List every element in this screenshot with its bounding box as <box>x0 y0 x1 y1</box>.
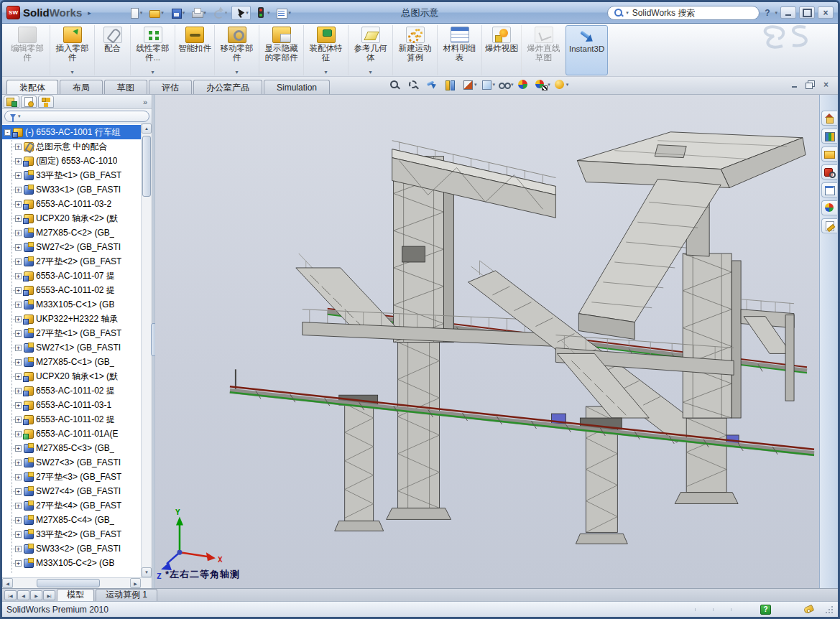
toolbar-flyout-icon[interactable]: ▸ <box>85 7 94 19</box>
tree-item[interactable]: + UKP322+H2322 轴承 <box>2 312 141 326</box>
tree-expander[interactable]: + <box>15 503 22 509</box>
tree-item[interactable]: + 6553-AC-1011-03-2 <box>2 197 141 211</box>
tree-item[interactable]: + SW33<2> (GB_FASTI <box>2 541 141 556</box>
dropdown-caret-icon[interactable]: ▾ <box>151 70 154 75</box>
propertymanager-tab-icon[interactable] <box>21 96 37 108</box>
zoom-area-icon[interactable]: ▾ <box>407 79 423 90</box>
search-input[interactable] <box>631 7 739 19</box>
open-folder-icon[interactable]: ▾ <box>147 6 166 20</box>
tree-expander[interactable]: + <box>15 402 22 409</box>
tree-expander[interactable]: + <box>15 388 22 394</box>
tree-expander[interactable]: + <box>15 244 22 251</box>
tree-item[interactable]: + 6553-AC-1011-02 提 <box>2 412 141 427</box>
tree-filter-input[interactable]: ▾ <box>4 111 149 122</box>
tree-horizontal-scrollbar[interactable]: ◀ ▶ <box>2 577 152 588</box>
scroll-up-icon[interactable]: ▲ <box>142 124 152 134</box>
tab-sketch[interactable]: 草图 <box>104 80 147 94</box>
minimize-button[interactable] <box>780 6 796 19</box>
show-hidden-icon[interactable]: 显示隐藏的零部件 ▾ <box>259 25 303 75</box>
tree-item[interactable]: + 6553-AC-1011-01A(E <box>2 427 141 441</box>
tab-model[interactable]: 模型 <box>57 589 94 601</box>
tree-expander[interactable]: + <box>15 287 22 294</box>
tab-motion-study-1[interactable]: 运动算例 1 <box>96 589 157 601</box>
tree-expander[interactable]: + <box>15 215 22 222</box>
maximize-button[interactable] <box>799 6 815 19</box>
options-list-icon[interactable]: ▾ <box>274 6 293 20</box>
tree-item[interactable]: + 27平垫<4> (GB_FAST <box>2 498 141 513</box>
tree-expander[interactable]: + <box>15 431 22 437</box>
search-results-icon[interactable] <box>821 164 837 180</box>
close-button[interactable]: × <box>818 6 834 19</box>
instant3d-icon[interactable]: Instant3D ▾ <box>566 25 608 75</box>
bom-icon[interactable]: 材料明细表 ▾ <box>437 25 481 75</box>
3d-viewport[interactable]: Y X Z *左右二等角轴测 <box>155 95 819 588</box>
tree-expander[interactable]: - <box>4 129 11 136</box>
dropdown-caret-icon[interactable]: ▾ <box>324 70 327 75</box>
tree-item[interactable]: + 27平垫<3> (GB_FAST <box>2 470 141 484</box>
scroll-down-icon[interactable]: ▼ <box>142 567 152 577</box>
dropdown-caret-icon[interactable]: ▾ <box>183 10 185 16</box>
design-library-icon[interactable] <box>821 129 837 144</box>
tree-expander[interactable]: + <box>15 259 22 265</box>
tree-item[interactable]: + M27X85-C<4> (GB_ <box>2 513 141 527</box>
tree-expander[interactable]: + <box>15 302 22 308</box>
tree-expander[interactable]: + <box>15 316 22 322</box>
new-document-icon[interactable]: ▾ <box>126 6 145 20</box>
tree-item[interactable]: + 33平垫<1> (GB_FAST <box>2 168 141 182</box>
tree-item[interactable]: + M33X105-C<1> (GB <box>2 297 141 312</box>
tree-vertical-scrollbar[interactable]: ▲ ▼ <box>141 124 152 577</box>
dropdown-caret-icon[interactable]: ▾ <box>288 10 291 16</box>
tree-item[interactable]: + 总图示意 中的配合 <box>2 139 141 154</box>
tree-item[interactable]: + (固定) 6553-AC-1010 <box>2 154 141 168</box>
doc-nav-button[interactable]: ▶| <box>43 590 55 600</box>
search-options-caret-icon[interactable]: ▾ <box>626 10 629 16</box>
tree-expander[interactable]: + <box>15 560 22 567</box>
tree-expander[interactable]: + <box>15 373 22 380</box>
configurationmanager-tab-icon[interactable] <box>38 96 54 108</box>
help-caret-icon[interactable]: ▾ <box>775 10 777 16</box>
horizontal-scroll-thumb[interactable] <box>37 579 100 587</box>
dropdown-caret-icon[interactable]: ▾ <box>140 10 143 16</box>
tree-item[interactable]: + SW27<1> (GB_FASTI <box>2 340 141 355</box>
exploded-view-icon[interactable]: 爆炸视图 ▾ <box>481 25 521 75</box>
save-icon[interactable]: ▾ <box>168 6 188 20</box>
section-view-icon[interactable]: ▾ <box>444 79 459 90</box>
tree-item[interactable]: + M27X85-C<3> (GB_ <box>2 441 141 455</box>
tab-office-products[interactable]: 办公室产品 <box>193 80 262 94</box>
tree-item[interactable]: + 6553-AC-1011-02 提 <box>2 283 141 297</box>
dropdown-caret-icon[interactable]: ▾ <box>246 10 249 16</box>
tree-item[interactable]: + SW27<2> (GB_FASTI <box>2 240 141 254</box>
custom-properties-icon[interactable] <box>821 218 837 233</box>
tree-item[interactable]: + 6553-AC-1011-07 提 <box>2 269 141 283</box>
tag-icon[interactable] <box>803 605 815 615</box>
tree-expander[interactable]: + <box>15 172 22 179</box>
doc-nav-button[interactable]: ▶ <box>30 590 42 600</box>
doc-nav-button[interactable]: ◀ <box>17 590 29 600</box>
tree-item[interactable]: + UCPX20 轴承<1> (默 <box>2 369 141 383</box>
zoom-fit-icon[interactable]: ▾ <box>389 79 404 90</box>
tree-item[interactable]: + 6553-AC-1011-02 提 <box>2 383 141 398</box>
dropdown-caret-icon[interactable]: ▾ <box>369 70 371 75</box>
tree-expander[interactable]: + <box>15 187 22 193</box>
help-button[interactable]: ? <box>762 8 772 18</box>
mate-icon[interactable]: 配合 ▾ <box>94 25 130 75</box>
tree-expander[interactable]: + <box>15 230 22 236</box>
select-cursor-icon[interactable]: ▾ <box>231 6 251 20</box>
dropdown-caret-icon[interactable]: ▾ <box>474 82 477 88</box>
tree-item[interactable]: + M27X85-C<1> (GB_ <box>2 355 141 369</box>
filter-caret-icon[interactable]: ▾ <box>18 113 21 119</box>
tree-item[interactable]: + SW27<4> (GB_FASTI <box>2 484 141 498</box>
tree-item[interactable]: + 27平垫<2> (GB_FAST <box>2 254 141 269</box>
tree-expander[interactable]: + <box>15 330 22 337</box>
tree-expander[interactable]: + <box>15 531 22 538</box>
scroll-right-icon[interactable]: ▶ <box>130 578 141 588</box>
tree-expander[interactable]: + <box>15 488 22 495</box>
view-palette-icon[interactable] <box>821 182 837 197</box>
dropdown-caret-icon[interactable]: ▾ <box>70 70 73 75</box>
undo-icon[interactable]: ▾ <box>211 6 230 20</box>
smart-fasteners-icon[interactable]: 智能扣件 ▾ <box>175 25 214 75</box>
tab-simulation[interactable]: Simulation <box>264 80 330 94</box>
tree-expander[interactable]: + <box>15 359 22 366</box>
hide-show-items-icon[interactable]: ▾ <box>499 79 514 90</box>
scroll-left-icon[interactable]: ◀ <box>2 578 13 588</box>
